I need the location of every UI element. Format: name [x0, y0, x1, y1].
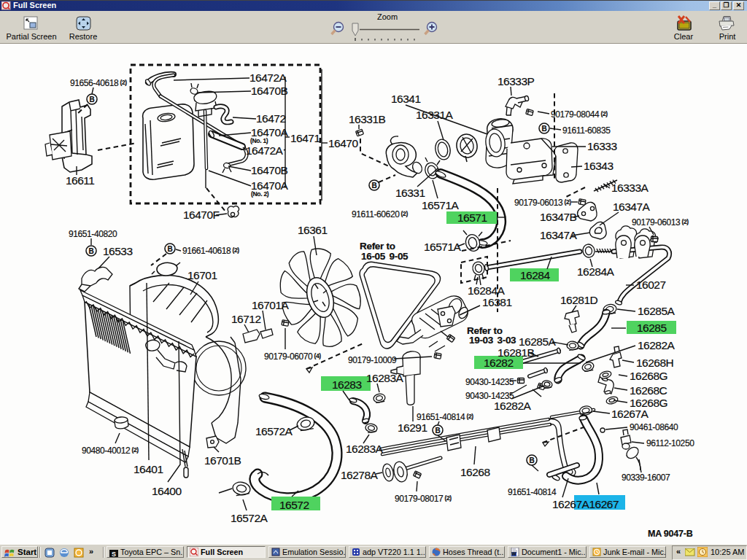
svg-text:16400: 16400 [152, 485, 182, 497]
svg-text:16472A: 16472A [246, 144, 284, 157]
svg-text:(No. 2): (No. 2) [251, 190, 269, 198]
svg-text:16268C: 16268C [630, 384, 667, 397]
svg-text:91651-40814: 91651-40814 [508, 487, 557, 497]
svg-text:91656-40618 (2): 91656-40618 (2) [70, 78, 127, 88]
svg-text:B: B [529, 456, 534, 464]
svg-text:16027: 16027 [636, 279, 666, 291]
svg-text:W: W [511, 551, 516, 556]
svg-text:91611-60835: 91611-60835 [562, 125, 611, 136]
svg-text:16472: 16472 [256, 112, 286, 125]
svg-text:16533: 16533 [103, 245, 133, 257]
svg-text:90179-06070 (4): 90179-06070 (4) [264, 351, 321, 362]
svg-text:90179-10009: 90179-10009 [348, 355, 397, 365]
svg-text:Refer to: Refer to [360, 241, 395, 252]
svg-text:16572A: 16572A [255, 425, 293, 438]
svg-text:16343: 16343 [584, 160, 614, 172]
svg-text:16-05 9-05: 16-05 9-05 [361, 251, 409, 262]
svg-text:B: B [88, 247, 93, 255]
svg-text:16470B: 16470B [251, 164, 288, 176]
svg-text:B: B [89, 96, 94, 104]
svg-text:B: B [435, 427, 440, 435]
svg-text:16291: 16291 [398, 421, 427, 434]
svg-text:91661-40618 (2): 91661-40618 (2) [182, 246, 239, 256]
svg-text:MA 9047-B: MA 9047-B [648, 529, 693, 539]
svg-text:16267A: 16267A [611, 408, 649, 420]
svg-text:16278A: 16278A [341, 469, 379, 481]
svg-text:16701A: 16701A [252, 299, 290, 311]
svg-text:16347A: 16347A [613, 201, 651, 213]
svg-text:16285A: 16285A [638, 305, 676, 317]
svg-text:B: B [167, 245, 172, 253]
svg-text:16470: 16470 [328, 137, 358, 149]
svg-text:16571A: 16571A [422, 199, 460, 211]
svg-text:91651-40820: 91651-40820 [69, 229, 117, 239]
svg-text:16282A: 16282A [638, 339, 676, 351]
svg-text:16701B: 16701B [204, 454, 241, 467]
svg-text:16381: 16381 [482, 296, 512, 308]
svg-text:90430-14235: 90430-14235 [465, 391, 514, 401]
svg-text:90339-16007: 90339-16007 [622, 472, 670, 483]
svg-text:16361: 16361 [298, 224, 328, 236]
svg-text:16333P: 16333P [498, 75, 535, 88]
svg-text:91651-40814 (2): 91651-40814 (2) [417, 412, 473, 422]
svg-text:(No. 1): (No. 1) [250, 137, 268, 144]
svg-text:19-03 3-03: 19-03 3-03 [469, 335, 516, 346]
svg-text:16267A16267: 16267A16267 [552, 498, 619, 510]
svg-text:90430-14235: 90430-14235 [465, 377, 514, 387]
svg-text:16282A: 16282A [494, 400, 532, 412]
svg-text:B: B [371, 182, 376, 190]
svg-text:16333: 16333 [587, 140, 617, 152]
svg-text:16347B: 16347B [540, 211, 577, 223]
svg-text:90480-40012 (2): 90480-40012 (2) [82, 446, 139, 456]
svg-text:16283: 16283 [332, 378, 362, 391]
svg-text:16701: 16701 [187, 269, 217, 281]
svg-text:16268: 16268 [460, 466, 490, 478]
svg-text:16341: 16341 [391, 93, 421, 105]
svg-text:16472A: 16472A [249, 71, 287, 84]
svg-text:16268H: 16268H [636, 357, 673, 369]
svg-text:96112-10250: 96112-10250 [646, 438, 694, 448]
svg-text:16282: 16282 [484, 357, 514, 369]
svg-text:16268G: 16268G [630, 370, 667, 382]
svg-text:16712: 16712 [231, 313, 261, 325]
svg-text:16571A: 16571A [424, 241, 462, 253]
svg-text:16331: 16331 [395, 187, 425, 199]
svg-text:16284A: 16284A [577, 265, 615, 278]
svg-text:16571: 16571 [457, 211, 487, 224]
svg-text:90179-06013 (2): 90179-06013 (2) [632, 217, 689, 228]
svg-text:90461-08640: 90461-08640 [630, 422, 678, 432]
svg-text:16283A: 16283A [366, 372, 404, 384]
svg-text:90179-08017 (2): 90179-08017 (2) [395, 494, 452, 504]
svg-text:16281D: 16281D [560, 294, 598, 306]
svg-text:16572A: 16572A [231, 512, 268, 524]
svg-text:90179-08044 (2): 90179-08044 (2) [551, 109, 608, 120]
svg-text:91611-60620 (2): 91611-60620 (2) [352, 209, 408, 219]
svg-text:16333A: 16333A [611, 182, 649, 194]
svg-text:16471: 16471 [290, 132, 320, 144]
svg-text:16347A: 16347A [540, 229, 578, 241]
svg-text:16401: 16401 [133, 463, 163, 475]
svg-text:16285: 16285 [637, 322, 667, 334]
svg-text:B: B [541, 125, 546, 133]
svg-text:16284: 16284 [520, 269, 550, 281]
svg-text:16611: 16611 [66, 174, 94, 187]
svg-text:16284A: 16284A [468, 284, 506, 297]
svg-text:16283A: 16283A [346, 443, 384, 455]
svg-text:16331B: 16331B [349, 113, 386, 125]
svg-text:16470B: 16470B [251, 85, 288, 97]
svg-text:16572: 16572 [279, 499, 309, 511]
svg-text:90179-06013 (2): 90179-06013 (2) [514, 198, 571, 208]
svg-text:16470F: 16470F [183, 209, 220, 221]
